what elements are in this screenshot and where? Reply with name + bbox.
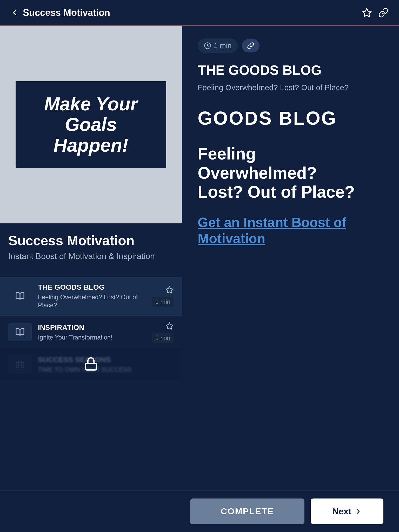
right-panel: 1 min THE GOODS BLOG Feeling Overwhelmed… (182, 26, 399, 490)
svg-marker-1 (166, 287, 173, 293)
next-label: Next (332, 506, 351, 516)
course-info: Success Motivation Instant Boost of Moti… (0, 223, 182, 277)
link-tag[interactable] (242, 39, 260, 52)
lesson-details-2: INSPIRATION Ignite Your Transformation! (38, 323, 148, 341)
hero-image-text: Make Your Goals Happen! (44, 94, 138, 155)
lesson-item[interactable]: INSPIRATION Ignite Your Transformation! … (0, 315, 182, 349)
course-subtitle: Instant Boost of Motivation & Inspiratio… (8, 251, 174, 261)
svg-marker-2 (166, 323, 173, 329)
footer-bar: COMPLETE Next (0, 490, 399, 532)
hero-image-inner: Make Your Goals Happen! (16, 81, 166, 168)
lesson-item-locked: SUCCESS SEASONS TIME TO OWN YOUR SUCCESS (0, 349, 182, 380)
article-heading: FeelingOverwhelmed?Lost? Out of Place? (198, 144, 383, 202)
lesson-meta-1: 1 min (152, 286, 174, 307)
star-icon-2[interactable] (165, 322, 174, 331)
lesson-item[interactable]: THE GOODS BLOG Feeling Overwhelmed? Lost… (0, 277, 182, 315)
back-button[interactable] (10, 9, 19, 17)
hero-image: Make Your Goals Happen! (0, 26, 182, 223)
lock-overlay (0, 349, 182, 380)
lesson-desc-1: Feeling Overwhelmed? Lost? Out of Place? (38, 293, 148, 309)
course-title: Success Motivation (8, 233, 174, 248)
article-link[interactable]: Get an Instant Boost of Motivation (198, 214, 383, 247)
header-right (362, 8, 389, 18)
star-icon-1[interactable] (165, 286, 174, 295)
chevron-right-icon (355, 508, 362, 515)
main-content: Make Your Goals Happen! Success Motivati… (0, 26, 399, 490)
header-left: Success Motivation (10, 7, 110, 18)
goods-blog-logo-text: GOODS BLOG (198, 108, 337, 129)
next-button[interactable]: Next (311, 498, 383, 524)
share-button[interactable] (378, 8, 389, 18)
lesson-desc-2: Ignite Your Transformation! (38, 333, 148, 341)
lock-icon (84, 357, 98, 372)
complete-button[interactable]: COMPLETE (190, 498, 304, 524)
svg-rect-4 (85, 363, 96, 370)
header-title: Success Motivation (23, 7, 110, 18)
lesson-meta-2: 1 min (152, 322, 174, 343)
duration-tag: 1 min (198, 38, 238, 53)
lesson-details-1: THE GOODS BLOG Feeling Overwhelmed? Lost… (38, 283, 148, 309)
article-subtitle: Feeling Overwhelmed? Lost? Out of Place? (198, 83, 383, 92)
lesson-duration-2: 1 min (152, 333, 174, 343)
left-panel: Make Your Goals Happen! Success Motivati… (0, 26, 182, 490)
duration-value: 1 min (214, 42, 231, 50)
article-title: THE GOODS BLOG (198, 62, 383, 78)
goods-blog-logo: GOODS BLOG (198, 108, 383, 129)
meta-tags: 1 min (198, 38, 383, 53)
lesson-name-2: INSPIRATION (38, 323, 148, 332)
bookmark-button[interactable] (362, 8, 372, 18)
header: Success Motivation (0, 0, 399, 26)
svg-marker-0 (362, 8, 371, 17)
lesson-list: THE GOODS BLOG Feeling Overwhelmed? Lost… (0, 277, 182, 380)
lesson-icon-1 (8, 287, 32, 305)
lesson-icon-2 (8, 323, 32, 341)
lesson-name-1: THE GOODS BLOG (38, 283, 148, 291)
lesson-duration-1: 1 min (152, 297, 174, 307)
